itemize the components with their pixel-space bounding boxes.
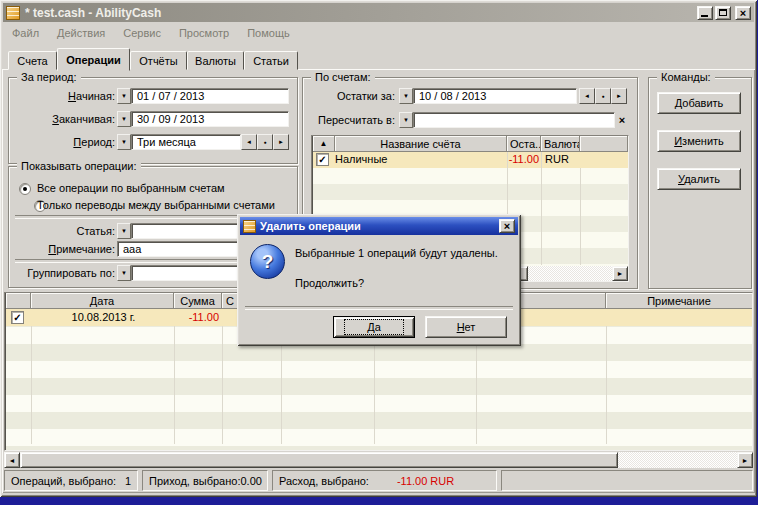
- radio-all-operations[interactable]: [19, 183, 31, 195]
- menu-view[interactable]: Просмотр: [170, 25, 238, 41]
- menu-service[interactable]: Сервис: [114, 25, 170, 41]
- gridline: [606, 326, 607, 444]
- scroll-right-button[interactable]: ►: [737, 452, 753, 468]
- radio-transfers-label: Только переводы между выбранными счетами: [37, 199, 275, 211]
- chevron-down-icon: ▼: [121, 139, 127, 145]
- recalc-field[interactable]: [413, 112, 615, 128]
- check-icon: ✓: [318, 155, 326, 165]
- accounts-name-header[interactable]: Название счёта: [335, 136, 507, 152]
- app-icon: [243, 220, 256, 233]
- operation-sum: -11.00: [175, 311, 219, 323]
- accounts-sort-header[interactable]: ▲: [313, 136, 335, 152]
- tab-categories[interactable]: Статьи: [244, 51, 298, 70]
- period-field[interactable]: Три месяца: [131, 134, 241, 150]
- tab-accounts[interactable]: Счета: [8, 51, 57, 70]
- accounts-balance-header[interactable]: Оста...: [507, 136, 541, 152]
- menu-help[interactable]: Помощь: [238, 25, 299, 41]
- account-balance: -11.00: [507, 153, 539, 165]
- end-date-field[interactable]: 30 / 09 / 2013: [131, 111, 289, 127]
- menu-actions[interactable]: Действия: [48, 25, 114, 41]
- tab-operations[interactable]: Операции: [57, 48, 130, 71]
- status-income-value: 0.00: [241, 475, 262, 487]
- commands-group-title: Команды:: [657, 71, 715, 84]
- account-name: Наличные: [335, 153, 387, 165]
- filters-group-title: Показывать операции:: [17, 160, 141, 173]
- current-day-button[interactable]: ●: [595, 88, 611, 104]
- group-by-dropdown[interactable]: ▼: [117, 265, 131, 281]
- scrollbar-track[interactable]: [618, 452, 737, 468]
- menu-bar: Файл Действия Сервис Просмотр Помощь: [3, 23, 753, 42]
- prev-period-button[interactable]: ◄: [241, 134, 257, 150]
- ops-date-header[interactable]: Дата: [31, 293, 174, 309]
- recalc-label: Пересчитать в:: [307, 112, 395, 128]
- ops-note-header[interactable]: Примечание: [606, 293, 752, 309]
- next-period-button[interactable]: ►: [273, 134, 289, 150]
- dialog-title-bar[interactable]: Удалить операции ×: [240, 217, 518, 235]
- start-date-field[interactable]: 01 / 07 / 2013: [131, 88, 289, 104]
- period-dropdown[interactable]: ▼: [117, 134, 131, 150]
- dialog-message-line2: Продолжить?: [295, 277, 364, 289]
- current-period-button[interactable]: ●: [257, 134, 273, 150]
- delete-button[interactable]: Удалить: [657, 168, 741, 190]
- account-checkbox[interactable]: ✓: [316, 153, 329, 166]
- ops-check-header[interactable]: [6, 293, 31, 309]
- question-icon: ?: [250, 244, 285, 279]
- group-by-label: Группировать по:: [11, 265, 115, 281]
- right-arrow-icon: ►: [278, 139, 284, 145]
- next-day-button[interactable]: ►: [611, 88, 627, 104]
- scroll-right-button[interactable]: ►: [612, 266, 628, 281]
- chevron-down-icon: ▼: [121, 228, 127, 234]
- recalc-dropdown[interactable]: ▼: [399, 112, 413, 128]
- close-icon: ×: [504, 221, 510, 231]
- minimize-icon: [701, 15, 708, 17]
- article-label: Статья:: [11, 223, 115, 239]
- window-title: * test.cash - AbilityCash: [25, 6, 695, 20]
- scrollbar-track[interactable]: [528, 266, 612, 281]
- radio-dot: [23, 187, 27, 191]
- minimize-button[interactable]: [697, 6, 713, 20]
- balance-date-dropdown[interactable]: ▼: [399, 88, 413, 104]
- title-bar[interactable]: * test.cash - AbilityCash ×: [3, 3, 754, 22]
- gridline: [541, 152, 542, 168]
- check-icon: ✓: [13, 313, 21, 323]
- left-arrow-icon: ◄: [584, 93, 590, 99]
- ops-sum-header[interactable]: Сумма: [174, 293, 222, 309]
- status-operations-value: 1: [125, 475, 131, 487]
- dialog-close-button[interactable]: ×: [499, 219, 515, 233]
- end-date-label: Заканчивая:: [11, 111, 115, 127]
- clear-recalc-button[interactable]: ×: [615, 112, 629, 128]
- balance-date-field[interactable]: 10 / 08 / 2013: [413, 88, 577, 104]
- period-group: За период: Начиная: ▼ 01 / 07 / 2013 Зак…: [8, 77, 298, 164]
- menu-file[interactable]: Файл: [3, 25, 48, 41]
- tab-currencies[interactable]: Валюты: [187, 51, 244, 70]
- yes-button[interactable]: Да: [333, 316, 415, 338]
- scrollbar-thumb[interactable]: [20, 452, 618, 468]
- app-icon: [6, 6, 20, 20]
- delete-confirmation-dialog: Удалить операции × ? Выбранные 1 операци…: [237, 214, 521, 346]
- start-date-dropdown[interactable]: ▼: [117, 88, 131, 104]
- main-h-scrollbar[interactable]: ◄ ►: [4, 452, 753, 468]
- prev-day-button[interactable]: ◄: [579, 88, 595, 104]
- dot-icon: ●: [601, 93, 604, 99]
- close-button[interactable]: ×: [735, 6, 751, 20]
- no-button[interactable]: Нет: [425, 316, 507, 338]
- dot-icon: ●: [263, 139, 266, 145]
- tab-reports[interactable]: Отчёты: [130, 51, 187, 70]
- edit-button[interactable]: Изменить: [657, 130, 741, 152]
- chevron-down-icon: ▼: [403, 93, 409, 99]
- right-arrow-icon: ►: [616, 93, 622, 99]
- status-expense-value: -11.00 RUR: [397, 475, 454, 487]
- accounts-row[interactable]: ✓ Наличные -11.00 RUR: [313, 152, 628, 168]
- operation-checkbox[interactable]: ✓: [11, 311, 24, 324]
- app-window: * test.cash - AbilityCash × Файл Действи…: [0, 0, 757, 497]
- commands-group: Команды: Добавить Изменить Удалить: [648, 77, 752, 289]
- article-dropdown[interactable]: ▼: [117, 223, 131, 239]
- gridline: [31, 326, 32, 444]
- end-date-dropdown[interactable]: ▼: [117, 111, 131, 127]
- accounts-currency-header[interactable]: Валюта: [541, 136, 580, 152]
- maximize-button[interactable]: [715, 6, 731, 20]
- scroll-right-icon: ►: [742, 457, 749, 464]
- scroll-left-button[interactable]: ◄: [4, 452, 20, 468]
- dialog-title: Удалить операции: [260, 220, 497, 232]
- add-button[interactable]: Добавить: [657, 92, 741, 114]
